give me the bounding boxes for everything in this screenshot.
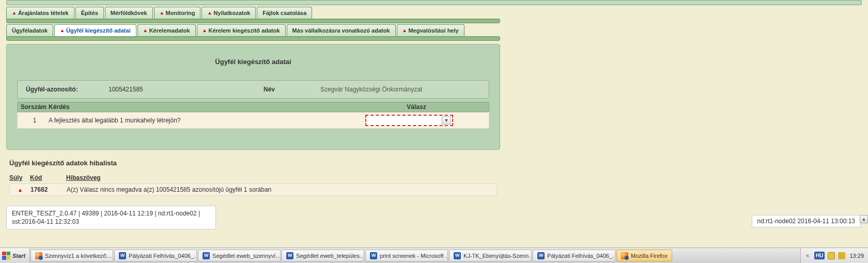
grid-header: Sorszám Kérdés Válasz — [17, 102, 489, 112]
tab-row2-1[interactable]: ▲Ügyfél kiegészítő adatai — [54, 24, 136, 36]
taskbar-item[interactable]: Segédlet eweb_szennyví… — [198, 250, 281, 261]
warn-icon: ▲ — [402, 28, 407, 33]
warn-icon: ▲ — [12, 10, 17, 16]
cell-sorszam: 1 — [18, 117, 49, 124]
taskbar-item-label: print screenek - Microsoft … — [380, 253, 448, 259]
label-nev: Név — [264, 86, 320, 93]
chevron-down-icon[interactable]: ▼ — [442, 116, 451, 125]
answer-dropdown[interactable]: ▼ — [365, 115, 453, 126]
tab-row1-4[interactable]: ▲Nyilatkozatok — [202, 7, 256, 19]
err-col-suly: Súly — [9, 174, 30, 181]
taskbar-item[interactable]: Szennyvíz1 a következő… — [30, 250, 113, 261]
label-ugyfel-azonosito: Ügyfél-azonosító: — [26, 86, 109, 93]
tab-label: Nyilatkozatok — [213, 10, 250, 16]
tab-row1-5[interactable]: Fájlok csatolása — [257, 7, 312, 19]
taskbar-item[interactable]: KJ-TK_Ebenyújtás-Szenn… — [449, 250, 532, 261]
customer-info-box: Ügyfél-azonosító: 1005421585 Név Szegvár… — [17, 80, 489, 99]
warn-icon: ▲ — [60, 28, 65, 33]
taskbar-item-label: Segédlet eweb_szennyví… — [212, 253, 281, 259]
tab-row1-1[interactable]: Építés — [75, 7, 104, 19]
tab-row1-0[interactable]: ▲Árajánlatos tételek — [6, 7, 74, 19]
status-line-1: ENTER_TESZT_2.0.47 | 49389 | 2016-04-11 … — [12, 210, 200, 217]
warn-icon: ▲ — [160, 10, 164, 16]
start-button[interactable]: Start — [0, 248, 30, 263]
taskbar-items: Szennyvíz1 a következő…Pályázati Felhívá… — [30, 248, 800, 263]
taskbar-item[interactable]: Mozilla Firefox — [616, 250, 672, 261]
col-header-sorszam: Sorszám — [18, 103, 49, 111]
status-box-left: ENTER_TESZT_2.0.47 | 49389 | 2016-04-11 … — [6, 206, 216, 229]
taskbar-item[interactable]: Pályázati Felhívás_0406_… — [533, 250, 615, 261]
firefox-icon — [621, 252, 628, 259]
error-text: A(z) Válasz nincs megadva a(z) 100542158… — [67, 186, 497, 193]
word-icon — [537, 252, 545, 259]
warn-icon: ▲ — [143, 28, 148, 33]
taskbar-item[interactable]: print screenek - Microsoft … — [365, 250, 448, 261]
error-severity-icon: ▲ — [10, 187, 30, 193]
tab-row2-2[interactable]: ▲Kérelemadatok — [137, 24, 196, 36]
err-col-kod: Kód — [30, 174, 66, 181]
taskbar-item-label: Segédlet eweb_települes… — [296, 253, 364, 259]
tab-label: Kérelem kiegészítő adatok — [208, 27, 280, 34]
top-border-bar — [6, 0, 862, 5]
error-code: 17682 — [30, 186, 67, 193]
tray-expand-icon[interactable]: « — [804, 251, 811, 261]
tab-row1-3[interactable]: ▲Monitoring — [154, 7, 201, 19]
tab-label: Más vállalkozásra vonatkozó adatok — [292, 27, 390, 34]
tab-label: Árajánlatos tételek — [18, 10, 69, 16]
app-area: ▲Árajánlatos tételekÉpítésMérföldkövek▲M… — [0, 7, 506, 196]
tab-row2-0[interactable]: Ügyféladatok — [6, 24, 53, 36]
language-indicator[interactable]: HU — [814, 252, 825, 259]
tab-row2-5[interactable]: ▲Megvalósítási hely — [397, 24, 464, 36]
tab-row-1: ▲Árajánlatos tételekÉpítésMérföldkövek▲M… — [6, 7, 500, 19]
windows-logo-icon — [2, 252, 10, 260]
value-ugyfel-azonosito: 1005421585 — [109, 86, 217, 93]
tab-label: Kérelemadatok — [149, 27, 190, 34]
word-icon — [454, 252, 461, 259]
tab-label: Építés — [81, 10, 98, 16]
err-col-hibaszoveg: Hibaszöveg — [66, 174, 497, 181]
tab-label: Ügyfél kiegészítő adatai — [66, 27, 131, 34]
warn-icon: ▲ — [203, 28, 207, 33]
col-header-kerdes: Kérdés — [49, 103, 344, 111]
col-header-valasz: Válasz — [344, 103, 489, 111]
status-box-right: nd:rt1-node02 2016-04-11 13:00:13 — [752, 215, 861, 227]
tab-row2-3[interactable]: ▲Kérelem kiegészítő adatok — [197, 24, 286, 36]
error-header: Súly Kód Hibaszöveg — [9, 174, 497, 181]
shield-icon[interactable] — [828, 252, 835, 259]
taskbar-item-label: KJ-TK_Ebenyújtás-Szenn… — [463, 253, 532, 259]
taskbar-item-label: Szennyvíz1 a következő… — [45, 253, 112, 259]
taskbar-item[interactable]: Segédlet eweb_települes… — [282, 250, 364, 261]
grid-rows: 1A fejlesztés által legalább 1 munkahely… — [13, 112, 493, 129]
tab-row-2: Ügyféladatok▲Ügyfél kiegészítő adatai▲Ké… — [6, 24, 500, 36]
word-icon — [286, 252, 293, 259]
system-tray: « HU 13:29 — [800, 248, 868, 263]
word-icon — [203, 252, 210, 259]
warn-icon: ▲ — [207, 10, 212, 16]
taskbar: Start Szennyvíz1 a következő…Pályázati F… — [0, 247, 868, 263]
panel-heading: Ügyfél kiegészítő adatai — [13, 58, 493, 66]
clock: 13:29 — [848, 253, 865, 259]
taskbar-item-label: Mozilla Firefox — [631, 253, 668, 259]
scroll-up-button[interactable]: ▲ — [860, 215, 868, 223]
cell-kerdes: A fejlesztés által legalább 1 munkahely … — [49, 117, 344, 124]
tab-label: Fájlok csatolása — [262, 10, 306, 16]
disk-icon[interactable] — [838, 252, 845, 259]
error-section-title: Ügyfél kiegészítő adatok hibalista — [9, 159, 500, 167]
tab-label: Ügyféladatok — [12, 27, 48, 34]
tab-row-2-underline — [6, 36, 500, 41]
tab-row-1-underline — [6, 19, 500, 23]
word-icon — [119, 252, 126, 259]
table-row: 1A fejlesztés által legalább 1 munkahely… — [17, 112, 489, 129]
tab-row1-2[interactable]: Mérföldkövek — [105, 7, 153, 19]
taskbar-item-label: Pályázati Felhívás_0406_… — [129, 253, 197, 259]
tab-label: Megvalósítási hely — [408, 27, 458, 34]
taskbar-item-label: Pályázati Felhívás_0406_… — [547, 253, 615, 259]
firefox-icon — [35, 252, 42, 259]
start-label: Start — [12, 253, 25, 259]
tab-row2-4[interactable]: Más vállalkozásra vonatkozó adatok — [287, 24, 396, 36]
cell-valasz: ▼ — [344, 115, 489, 126]
taskbar-item[interactable]: Pályázati Felhívás_0406_… — [114, 250, 197, 261]
tab-label: Mérföldkövek — [111, 10, 147, 16]
value-nev: Szegvár Nagyközségi Önkormányzat — [320, 86, 422, 93]
error-row: ▲17682A(z) Válasz nincs megadva a(z) 100… — [9, 183, 497, 196]
